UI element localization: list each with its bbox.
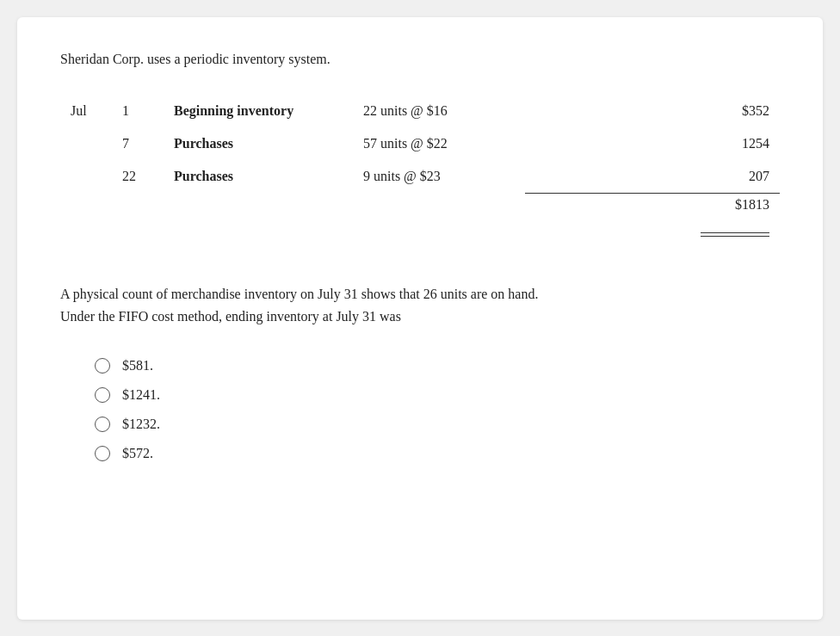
double-underline-cell	[525, 216, 780, 249]
list-item[interactable]: $572.	[95, 446, 780, 461]
amount-cell: 207	[525, 160, 780, 194]
radio-button[interactable]	[95, 387, 110, 403]
table-row: 22 Purchases 9 units @ $23 207	[60, 160, 780, 194]
description-line1: A physical count of merchandise inventor…	[60, 287, 538, 301]
table-row: 7 Purchases 57 units @ $22 1254	[60, 127, 780, 160]
option-label: $572.	[122, 446, 153, 461]
units-cell: 22 units @ $16	[353, 95, 525, 127]
list-item[interactable]: $1241.	[95, 387, 780, 403]
amount-cell: $352	[525, 95, 780, 127]
radio-button[interactable]	[95, 358, 110, 374]
day-cell: 1	[112, 95, 164, 127]
option-label: $581.	[122, 358, 153, 374]
units-cell: 57 units @ $22	[353, 127, 525, 160]
total-row: $1813	[60, 194, 780, 217]
list-item[interactable]: $581.	[95, 358, 780, 374]
radio-button[interactable]	[95, 446, 110, 461]
month-cell	[60, 160, 112, 194]
description-cell: Purchases	[164, 160, 353, 194]
inventory-table: Jul 1 Beginning inventory 22 units @ $16…	[60, 95, 780, 249]
day-cell: 7	[112, 127, 164, 160]
description-line2: Under the FIFO cost method, ending inven…	[60, 309, 401, 324]
answer-options: $581. $1241. $1232. $572.	[95, 358, 780, 461]
description-block: A physical count of merchandise inventor…	[60, 283, 780, 327]
double-line	[701, 232, 769, 237]
intro-text: Sheridan Corp. uses a periodic inventory…	[60, 52, 780, 67]
day-cell: 22	[112, 160, 164, 194]
month-cell: Jul	[60, 95, 112, 127]
table-row: Jul 1 Beginning inventory 22 units @ $16…	[60, 95, 780, 127]
option-label: $1241.	[122, 387, 160, 403]
total-amount: $1813	[525, 194, 780, 217]
option-label: $1232.	[122, 417, 160, 432]
list-item[interactable]: $1232.	[95, 417, 780, 432]
units-cell: 9 units @ $23	[353, 160, 525, 194]
month-cell	[60, 127, 112, 160]
radio-button[interactable]	[95, 417, 110, 432]
amount-cell: 1254	[525, 127, 780, 160]
description-cell: Purchases	[164, 127, 353, 160]
description-cell: Beginning inventory	[164, 95, 353, 127]
double-underline-row	[60, 216, 780, 249]
main-card: Sheridan Corp. uses a periodic inventory…	[17, 17, 823, 620]
